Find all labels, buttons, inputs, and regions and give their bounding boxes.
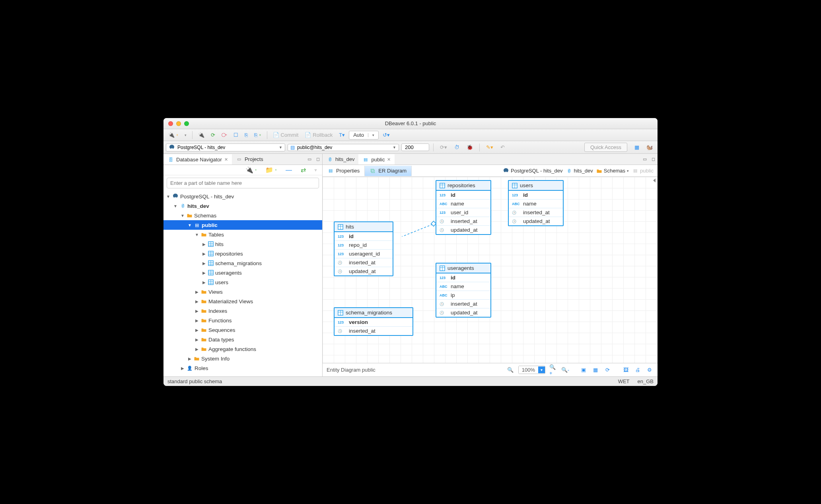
navigator-tree[interactable]: ▼ PostgreSQL - hits_dev ▼ 🛢 hits_dev ▼ S… [163,191,322,376]
editor-tab-public[interactable]: ▤ public ✕ [358,154,395,165]
tree-node-public[interactable]: ▼ ▤ public [163,220,322,230]
breadcrumb-database[interactable]: 🛢 hits_dev [566,168,593,174]
zoom-selector[interactable]: 100% ▾ [518,366,545,374]
entity-column[interactable]: 123id [436,273,490,282]
search-icon[interactable]: 🔍 [506,366,514,374]
perspective-icon[interactable]: ▦ [632,143,642,151]
tree-node-functions[interactable]: ▶ Functions [163,316,322,325]
minimize-window-button[interactable] [176,121,181,126]
tree-node-database[interactable]: ▼ 🛢 hits_dev [163,201,322,211]
entity-column[interactable]: 123useragent_id [335,250,393,258]
entity-repositories[interactable]: repositories 123idABCname123user_id🕓inse… [436,180,491,235]
maximize-view-icon[interactable]: ◻ [649,155,658,163]
sql-new-icon[interactable]: ⎘+ [252,131,263,139]
entity-column[interactable]: ABCname [436,282,490,291]
sql-script-icon[interactable]: ⎘ [242,131,250,139]
connection-selector[interactable]: PostgreSQL - hits_dev ▼ [166,143,285,151]
export-image-icon[interactable]: 🖼 [622,366,630,374]
tree-node-views[interactable]: ▶ Views [163,287,322,297]
minimize-view-icon[interactable]: ▭ [305,155,314,163]
row-limit-input[interactable]: 200 [401,143,429,151]
dbeaver-icon[interactable]: 🐿️ [644,143,655,151]
tree-node-system-info[interactable]: ▶ System Info [163,354,322,363]
tree-filter-input[interactable] [167,178,319,188]
entity-useragents[interactable]: useragents 123idABCnameABCip🕓inserted_at… [436,263,491,318]
tree-node-table-useragents[interactable]: ▶ useragents [163,268,322,277]
new-icon[interactable]: 🔌+ [243,165,259,174]
disconnect-icon[interactable]: ⧃ [219,131,230,139]
minimize-view-icon[interactable]: ▭ [640,155,649,163]
entity-column[interactable]: ABCip [436,291,490,300]
tree-node-sequences[interactable]: ▶ Sequences [163,325,322,335]
tree-node-table-users[interactable]: ▶ users [163,277,322,287]
close-tab-icon[interactable]: ✕ [224,157,228,162]
tree-node-schemas[interactable]: ▼ Schemas [163,211,322,220]
breadcrumb-public[interactable]: ▤ public [632,168,654,174]
entity-column[interactable]: 123repo_id [335,241,393,250]
debug-icon[interactable]: 🐞 [464,143,475,151]
entity-column[interactable]: ABCname [436,200,490,208]
subtab-properties[interactable]: ▤ Properties [323,166,365,176]
history-icon[interactable]: ↺▾ [380,131,392,139]
link-icon[interactable]: ⇄ [298,165,308,174]
dropdown-arrow-icon[interactable]: ▾ [182,132,189,138]
tree-node-aggregate-functions[interactable]: ▶ Aggregate functions [163,344,322,354]
transaction-mode-icon[interactable]: T▾ [337,131,347,139]
refresh-connection-icon[interactable]: ⟳ [208,131,218,139]
rollback-button[interactable]: 📄Rollback [302,131,335,139]
entity-column[interactable]: 🕓updated_at [436,226,490,234]
tree-node-roles[interactable]: ▶ 👤 Roles [163,363,322,373]
tree-node-materialized-views[interactable]: ▶ Materialized Views [163,297,322,306]
stop-icon[interactable]: ⏱ [452,143,462,151]
entity-column[interactable]: 🕓inserted_at [436,300,490,308]
view-menu-icon[interactable]: ▿ [312,167,319,173]
entity-hits[interactable]: hits 123id123repo_id123useragent_id🕓inse… [334,221,393,276]
entity-column[interactable]: 123id [335,232,393,241]
entity-column[interactable]: 🕓inserted_at [509,208,563,217]
entity-schema-migrations[interactable]: schema_migrations 123version🕓inserted_at [334,307,413,336]
close-tab-icon[interactable]: ✕ [387,157,391,162]
entity-column[interactable]: 123id [436,191,490,200]
undo-nav-icon[interactable]: ↶ [498,143,507,151]
schema-selector[interactable]: ▤ public@hits_dev ▼ [288,144,399,151]
entity-column[interactable]: 123version [335,318,412,327]
new-folder-icon[interactable]: 📁+ [263,165,279,174]
tree-node-data-types[interactable]: ▶ Data types [163,335,322,344]
refresh-icon[interactable]: ⟳▾ [438,143,449,151]
tree-node-indexes[interactable]: ▶ Indexes [163,306,322,316]
print-icon[interactable]: 🖨 [634,366,642,374]
settings-icon[interactable]: ⚙ [646,366,654,374]
entity-column[interactable]: 🕓updated_at [509,217,563,225]
maximize-window-button[interactable] [184,121,189,126]
maximize-view-icon[interactable]: ◻ [314,155,322,163]
refresh-diagram-icon[interactable]: ⟳ [603,366,611,374]
entity-column[interactable]: 🕓updated_at [335,267,393,275]
subtab-er-diagram[interactable]: ⿻ ER Diagram [365,166,412,176]
entity-column[interactable]: 🕓updated_at [436,308,490,317]
tree-node-table-repositories[interactable]: ▶ repositories [163,249,322,258]
palette-handle[interactable] [651,177,658,363]
zoom-in-icon[interactable]: 🔍+ [549,366,557,374]
grid-icon[interactable]: ▦ [591,366,599,374]
entity-column[interactable]: 🕓inserted_at [335,327,412,335]
commit-button[interactable]: 📄Commit [270,131,301,139]
layout-icon[interactable]: ▣ [580,366,588,374]
breadcrumb-schemas[interactable]: Schemas ▾ [596,168,629,174]
tree-node-table-schema-migrations[interactable]: ▶ schema_migrations [163,258,322,268]
entity-column[interactable]: 🕓inserted_at [335,258,393,267]
entity-column[interactable]: 123id [509,191,563,200]
tab-projects[interactable]: ▭ Projects [232,155,267,164]
breadcrumb-connection[interactable]: PostgreSQL - hits_dev [503,168,562,174]
entity-users[interactable]: users 123idABCname🕓inserted_at🕓updated_a… [508,180,564,226]
tree-node-table-hits[interactable]: ▶ hits [163,239,322,249]
close-window-button[interactable] [168,121,173,126]
entity-column[interactable]: 🕓inserted_at [436,217,490,226]
sql-editor-icon[interactable]: ☐ [231,131,241,139]
tab-database-navigator[interactable]: 🗄 Database Navigator ✕ [163,154,232,165]
auto-commit-dropdown[interactable]: Auto ▾ [349,131,379,140]
collapse-icon[interactable]: — [283,166,294,174]
highlight-icon[interactable]: ✎▾ [484,143,496,151]
tree-node-connection[interactable]: ▼ PostgreSQL - hits_dev [163,192,322,201]
plug-icon[interactable]: 🔌 [196,131,207,139]
entity-column[interactable]: 123user_id [436,208,490,217]
